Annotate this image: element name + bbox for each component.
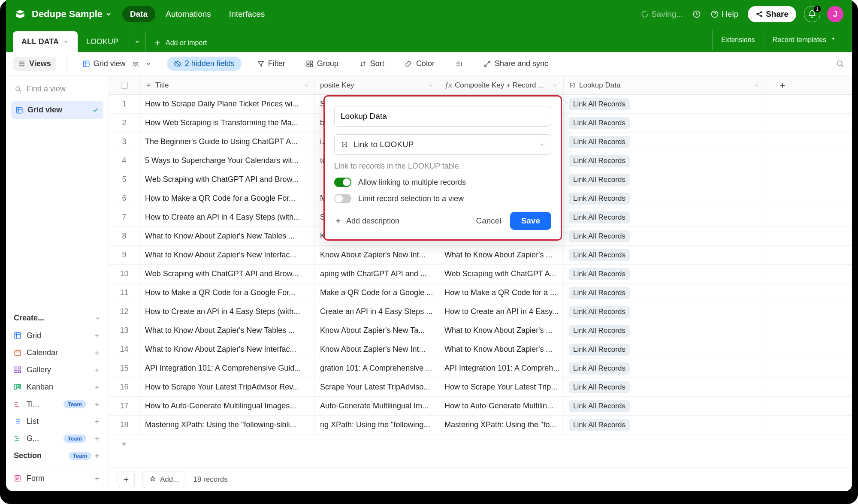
cell-title[interactable]: How to Make a QR Code for a Google For..… [140, 284, 315, 302]
cell-composite-record[interactable]: How to Scrape Your Latest Trip... [439, 378, 564, 396]
cell-lookup[interactable]: Link All Records [564, 114, 765, 132]
plus-icon[interactable]: ＋ [93, 365, 101, 375]
cell-composite-record[interactable]: How to Make a QR Code for a ... [439, 284, 564, 302]
cell-title[interactable]: How to Auto-Generate Multilingual Images… [140, 397, 315, 415]
cell-lookup[interactable]: Link All Records [564, 416, 765, 434]
save-button[interactable]: Save [510, 212, 551, 230]
footer-add-button[interactable] [118, 471, 135, 488]
share-button[interactable]: Share [748, 6, 796, 22]
cell-lookup[interactable]: Link All Records [564, 189, 765, 208]
cell-composite-record[interactable]: What to Know About Zapier's ... [439, 321, 564, 340]
cell-title[interactable]: API Integration 101: A Comprehensive Gui… [140, 359, 315, 377]
history-button[interactable] [692, 10, 701, 18]
cell-lookup[interactable]: Link All Records [564, 321, 765, 340]
cell-title[interactable]: How to Make a QR Code for a Google For..… [140, 189, 315, 208]
table-menu-button[interactable] [129, 31, 146, 52]
linked-record-chip[interactable]: Link All Records [569, 268, 630, 280]
table-row[interactable]: 9What to Know About Zapier's New Interfa… [109, 246, 852, 265]
row-height-button[interactable] [450, 57, 468, 70]
cell-lookup[interactable]: Link All Records [564, 170, 765, 189]
linked-record-chip[interactable]: Link All Records [569, 193, 630, 205]
nav-data[interactable]: Data [122, 6, 155, 22]
plus-icon[interactable]: ＋ [93, 347, 101, 358]
cancel-button[interactable]: Cancel [476, 216, 501, 226]
linked-record-chip[interactable]: Link All Records [569, 287, 630, 299]
cell-composite-record[interactable]: How to Auto-Generate Multilin... [439, 397, 564, 415]
cell-title[interactable]: What to Know About Zapier's New Tables .… [140, 321, 315, 340]
help-button[interactable]: Help [710, 9, 738, 19]
cell-composite[interactable]: Know About Zapier's New Int... [315, 246, 439, 264]
notifications-button[interactable]: 1 [804, 6, 820, 22]
chevron-down-icon[interactable] [552, 82, 558, 88]
footer-add-menu[interactable]: Add... [142, 471, 185, 488]
cell-lookup[interactable]: Link All Records [564, 302, 765, 321]
create-list[interactable]: List＋ [11, 413, 103, 430]
cell-title[interactable]: Web Scraping with ChatGPT API and Brow..… [140, 265, 315, 283]
linked-record-chip[interactable]: Link All Records [569, 344, 630, 356]
cell-lookup[interactable]: Link All Records [564, 340, 765, 359]
cell-title[interactable]: How to Scrape Daily Plane Ticket Prices … [140, 95, 315, 113]
cell-title[interactable]: How to Scrape Your Latest TripAdvisor Re… [140, 378, 315, 396]
base-name[interactable]: Dedupe Sample [32, 9, 103, 20]
allow-multiple-toggle[interactable] [334, 178, 351, 187]
cell-composite-record[interactable]: API Integration 101: A Compreh... [439, 359, 564, 377]
nav-interfaces[interactable]: Interfaces [221, 6, 272, 22]
plus-icon[interactable]: ＋ [93, 450, 101, 461]
user-avatar[interactable]: J [827, 6, 843, 22]
add-field-button[interactable] [765, 76, 800, 94]
cell-lookup[interactable]: Link All Records [564, 151, 765, 170]
chevron-down-icon[interactable] [428, 82, 434, 88]
create-timeline[interactable]: Ti...Team＋ [11, 395, 103, 413]
cell-composite[interactable]: Auto-Generate Multilingual Im... [315, 397, 439, 415]
group-button[interactable]: Group [301, 57, 344, 71]
linked-record-chip[interactable]: Link All Records [569, 419, 630, 431]
cell-composite[interactable]: Make a QR Code for a Google ... [315, 284, 439, 302]
sort-button[interactable]: Sort [354, 57, 390, 71]
table-row[interactable]: 15API Integration 101: A Comprehensive G… [109, 359, 852, 378]
cell-title[interactable]: Web Scraping with ChatGPT API and Brow..… [140, 170, 315, 189]
table-row[interactable]: 17How to Auto-Generate Multilingual Imag… [109, 397, 852, 416]
nav-automations[interactable]: Automations [158, 6, 219, 22]
share-sync-button[interactable]: Share and sync [478, 57, 553, 71]
filter-button[interactable]: Filter [252, 57, 290, 71]
table-row[interactable]: 16How to Scrape Your Latest TripAdvisor … [109, 378, 852, 397]
cell-lookup[interactable]: Link All Records [564, 208, 765, 226]
linked-record-chip[interactable]: Link All Records [569, 98, 630, 110]
plus-icon[interactable]: ＋ [93, 330, 101, 341]
tab-all-data[interactable]: ALL DATA [13, 31, 78, 52]
cell-composite[interactable]: Know About Zapier's New Int... [315, 340, 439, 359]
cell-composite-record[interactable]: Web Scraping with ChatGPT A... [439, 265, 564, 283]
cell-lookup[interactable]: Link All Records [564, 227, 765, 245]
cell-composite-record[interactable]: What to Know About Zapier's ... [439, 246, 564, 264]
grid-view-switcher[interactable]: Grid view [77, 57, 157, 71]
cell-title[interactable]: 5 Ways to Supercharge Your Calendars wit… [140, 151, 315, 170]
linked-record-chip[interactable]: Link All Records [569, 117, 630, 129]
linked-record-chip[interactable]: Link All Records [569, 155, 630, 167]
field-type-select[interactable]: Link to LOOKUP [334, 134, 551, 155]
linked-record-chip[interactable]: Link All Records [569, 400, 630, 412]
plus-icon[interactable]: ＋ [93, 399, 101, 409]
cell-lookup[interactable]: Link All Records [564, 265, 765, 283]
plus-icon[interactable]: ＋ [93, 382, 101, 392]
cell-composite[interactable]: Create an API in 4 Easy Steps ... [315, 302, 439, 321]
column-lookup-data[interactable]: Lookup Data [564, 76, 765, 94]
cell-title[interactable]: The Beginner's Guide to Using ChatGPT A.… [140, 133, 315, 151]
cell-composite[interactable]: ng XPath: Using the "following... [315, 416, 439, 434]
cell-title[interactable]: How to Create an API in 4 Easy Steps (wi… [140, 302, 315, 321]
cell-composite-record[interactable]: Mastering XPath: Using the "fo... [439, 416, 564, 434]
plus-icon[interactable]: ＋ [93, 416, 101, 426]
cell-title[interactable]: What to Know About Zapier's New Interfac… [140, 246, 315, 264]
table-row[interactable]: 14What to Know About Zapier's New Interf… [109, 340, 852, 359]
select-all-checkbox[interactable] [109, 76, 140, 94]
cell-composite[interactable]: aping with ChatGPT API and ... [315, 265, 439, 283]
table-row[interactable]: 13What to Know About Zapier's New Tables… [109, 321, 852, 340]
cell-lookup[interactable]: Link All Records [564, 246, 765, 264]
create-kanban[interactable]: Kanban＋ [11, 378, 103, 395]
table-row[interactable]: 11How to Make a QR Code for a Google For… [109, 284, 852, 302]
cell-lookup[interactable]: Link All Records [564, 284, 765, 302]
linked-record-chip[interactable]: Link All Records [569, 306, 630, 318]
table-row[interactable]: 18Mastering XPath: Using the "following-… [109, 416, 852, 435]
hidden-fields-button[interactable]: 2 hidden fields [167, 57, 242, 71]
cell-composite[interactable]: Scrape Your Latest TripAdviso... [315, 378, 439, 396]
create-calendar[interactable]: Calendar＋ [11, 344, 103, 361]
